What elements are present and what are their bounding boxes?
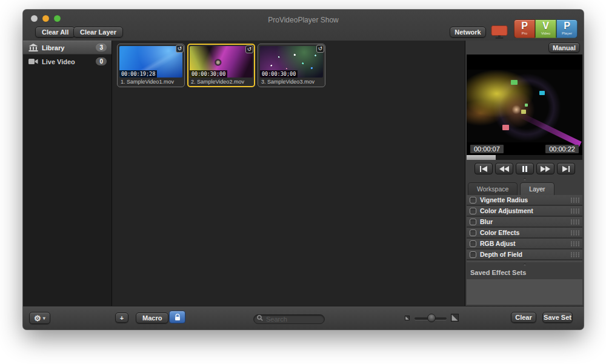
- pvp-logo-video-badge: V Video: [535, 19, 556, 38]
- effect-label: RGB Adjust: [480, 240, 570, 247]
- drag-grip-icon[interactable]: [570, 208, 579, 214]
- gear-icon: ⚙: [34, 314, 41, 322]
- effect-label: Depth of Field: [480, 251, 570, 258]
- effect-row-vignette-radius[interactable]: Vignette Radius: [467, 195, 582, 205]
- saved-effect-sets-label: Saved Effect Sets: [470, 269, 526, 276]
- clip-thumbnail-image[interactable]: 00:00:19;28: [119, 46, 182, 78]
- effects-list: Vignette Radius Color Adjustment Blur Co…: [467, 195, 582, 262]
- effect-label: Vignette Radius: [480, 196, 570, 204]
- clip-thumbnail-image[interactable]: 00:00:30;00: [190, 46, 253, 78]
- clip-name: 1. SampleVideo1.mov: [119, 78, 182, 85]
- search-input[interactable]: [253, 314, 325, 324]
- preview-particle: [525, 104, 528, 107]
- save-set-button[interactable]: Save Set: [542, 312, 573, 323]
- loop-icon[interactable]: ↺: [176, 45, 184, 53]
- pvp-logo: P Pro V Video P Player: [514, 19, 578, 38]
- transport-controls: [465, 163, 584, 174]
- manual-button[interactable]: Manual: [548, 42, 580, 53]
- search-field-wrap: [253, 313, 325, 323]
- preview-particle: [502, 125, 509, 130]
- preview-particle: [521, 110, 526, 114]
- effect-checkbox[interactable]: [470, 208, 476, 214]
- loop-icon[interactable]: ↺: [316, 45, 324, 53]
- clear-all-button[interactable]: Clear All: [35, 27, 75, 38]
- elapsed-time-label: 00:00:07: [470, 145, 504, 153]
- drag-grip-icon[interactable]: [570, 219, 579, 225]
- effect-row-color-adjustment[interactable]: Color Adjustment: [467, 206, 582, 216]
- video-preview: 00:00:07 00:00:22: [467, 55, 582, 155]
- logo-word: Pro: [522, 31, 527, 35]
- effect-row-blur[interactable]: Blur: [467, 217, 582, 227]
- effect-label: Color Effects: [480, 229, 570, 236]
- effect-row-color-effects[interactable]: Color Effects: [467, 228, 582, 238]
- panel-resize-handle[interactable]: [524, 178, 526, 180]
- clip-thumbnail-image[interactable]: 00:00:30;00: [260, 46, 323, 78]
- effect-row-depth-of-field[interactable]: Depth of Field: [467, 250, 582, 260]
- pause-button[interactable]: [516, 163, 534, 174]
- tab-layer[interactable]: Layer: [520, 182, 554, 195]
- chevron-down-icon: ▾: [43, 316, 45, 321]
- drag-grip-icon[interactable]: [570, 252, 579, 257]
- media-grid: 00:00:19;28 ↺ 1. SampleVideo1.mov 00:00:…: [112, 41, 465, 306]
- logo-letter: P: [564, 20, 570, 31]
- effect-checkbox[interactable]: [470, 219, 476, 225]
- preview-frame: [467, 70, 582, 142]
- bottom-toolbar: ⚙ ▾ + Macro Clear S: [23, 306, 584, 329]
- live-video-count-badge: 0: [96, 58, 107, 65]
- rewind-button[interactable]: [495, 163, 513, 174]
- drag-grip-icon[interactable]: [570, 241, 579, 247]
- sidebar-item-label: Live Video: [42, 58, 96, 65]
- window-title: ProVideoPlayer Show: [23, 16, 584, 24]
- add-media-button[interactable]: +: [115, 313, 128, 323]
- pvp-logo-player-badge: P Player: [556, 19, 578, 38]
- clip-list: 00:00:19;28 ↺ 1. SampleVideo1.mov 00:00:…: [117, 44, 325, 87]
- panel-tabs: Workspace Layer: [468, 182, 557, 195]
- display-monitor-icon[interactable]: [491, 25, 508, 39]
- macro-button[interactable]: Macro: [136, 313, 168, 323]
- lock-icon: [173, 313, 182, 322]
- tab-workspace[interactable]: Workspace: [468, 182, 518, 195]
- lock-toggle-button[interactable]: [169, 311, 185, 323]
- scrub-bar[interactable]: [467, 155, 582, 160]
- clip-duration-timecode: 00:00:30;00: [190, 70, 227, 78]
- clip-cell-3[interactable]: 00:00:30;00 ↺ 3. SampleVideo3.mov: [258, 44, 325, 87]
- clip-cell-1[interactable]: 00:00:19;28 ↺ 1. SampleVideo1.mov: [117, 44, 185, 87]
- clear-button[interactable]: Clear: [511, 312, 536, 323]
- clear-layer-button[interactable]: Clear Layer: [73, 27, 123, 38]
- sidebar-item-label: Library: [42, 44, 96, 51]
- logo-letter: V: [542, 20, 549, 31]
- network-button[interactable]: Network: [450, 27, 486, 38]
- loop-icon[interactable]: ↺: [245, 45, 253, 53]
- effect-label: Color Adjustment: [480, 207, 570, 214]
- pvp-logo-pro-badge: P Pro: [514, 19, 535, 38]
- saved-effect-sets-area[interactable]: [467, 279, 582, 305]
- skip-to-start-button[interactable]: [474, 163, 493, 174]
- titlebar: ProVideoPlayer Show Clear All Clear Laye…: [23, 10, 584, 41]
- small-thumbnails-icon[interactable]: [405, 316, 410, 320]
- effect-row-old-film[interactable]: Old Film: [467, 260, 582, 262]
- sidebar-item-live-video[interactable]: Live Video 0: [23, 55, 112, 68]
- effect-checkbox[interactable]: [470, 240, 476, 247]
- search-icon: [257, 315, 263, 321]
- effect-checkbox[interactable]: [470, 197, 476, 204]
- preview-particle: [511, 80, 518, 85]
- clip-duration-timecode: 00:00:19;28: [119, 70, 157, 78]
- effect-checkbox[interactable]: [470, 251, 476, 258]
- video-camera-icon: [28, 58, 38, 65]
- effect-row-rgb-adjust[interactable]: RGB Adjust: [467, 239, 582, 249]
- preview-particle: [539, 91, 545, 95]
- effect-checkbox[interactable]: [470, 230, 476, 236]
- sidebar-item-library[interactable]: Library 3: [23, 41, 112, 55]
- effect-checkbox[interactable]: [470, 262, 476, 263]
- settings-menu-button[interactable]: ⚙ ▾: [29, 312, 50, 324]
- drag-grip-icon[interactable]: [570, 197, 579, 203]
- drag-grip-icon[interactable]: [570, 230, 579, 236]
- logo-word: Player: [562, 31, 572, 35]
- panel-resize-handle[interactable]: [524, 263, 526, 266]
- skip-to-end-button[interactable]: [557, 163, 575, 174]
- clip-cell-2-selected[interactable]: 00:00:30;00 ↺ 2. SampleVideo2.mov: [187, 44, 255, 87]
- thumbnail-size-slider-knob[interactable]: [427, 314, 436, 322]
- large-thumbnails-icon[interactable]: [451, 314, 459, 322]
- effect-label: Old Film: [480, 262, 570, 262]
- fast-forward-button[interactable]: [536, 163, 554, 174]
